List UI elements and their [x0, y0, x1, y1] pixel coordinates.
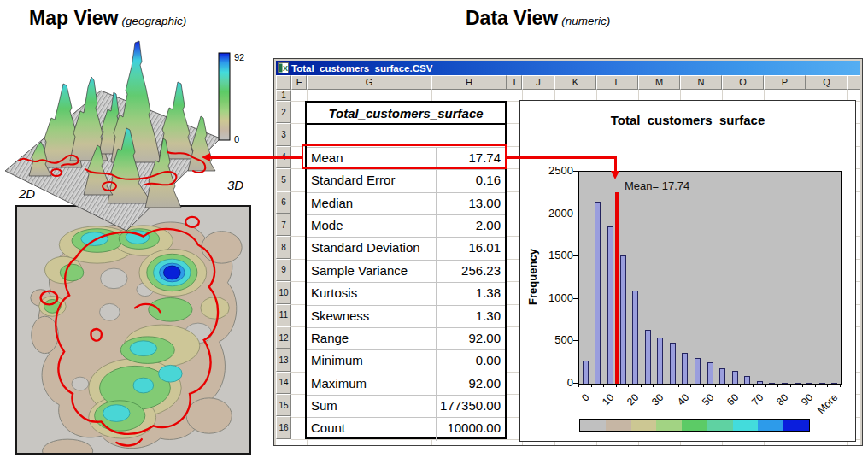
- stat-value: 2.00: [437, 215, 505, 237]
- svg-text:X: X: [283, 64, 288, 73]
- stat-value: 13.00: [437, 193, 505, 214]
- x-tick-label: 30: [649, 391, 666, 408]
- column-header-M[interactable]: M: [638, 75, 680, 90]
- label-2d: 2D: [18, 186, 35, 201]
- histogram-chart[interactable]: Total_customers_surface Frequency 050010…: [519, 100, 856, 442]
- map-3d-surface: 92 0 2D 3D: [0, 32, 273, 233]
- contour-blue-peak: [163, 266, 180, 279]
- histogram-bar: [632, 291, 638, 384]
- stat-label: Sample Variance: [307, 261, 437, 282]
- table-row[interactable]: Sum177350.00: [307, 396, 505, 418]
- stat-value: 92.00: [437, 328, 505, 349]
- stat-value: 10000.00: [437, 418, 505, 440]
- stat-value: 92.00: [437, 373, 505, 395]
- data-view-subtitle: (numeric): [561, 15, 610, 27]
- sheet-area: FGHIJKLMNOPQ 12345678910111213141516 Tot…: [276, 75, 860, 445]
- mean-line: [615, 192, 619, 384]
- colorbar-segment: [656, 420, 682, 431]
- row-header-9[interactable]: 9: [276, 259, 291, 281]
- column-header-O[interactable]: O: [722, 75, 764, 90]
- window-titlebar[interactable]: X Total_customers_surface.CSV: [276, 61, 860, 75]
- histogram-bar: [744, 376, 750, 384]
- table-row[interactable]: Mode2.00: [307, 215, 505, 238]
- data-view-heading: Data View(numeric): [466, 7, 610, 30]
- table-row[interactable]: Count10000.00: [307, 418, 505, 440]
- table-row[interactable]: Median13.00: [307, 193, 505, 215]
- colorbar-segment: [606, 420, 631, 431]
- stat-value: 0.16: [437, 170, 505, 191]
- table-row[interactable]: Mean17.74: [307, 148, 505, 170]
- row-header-3[interactable]: 3: [276, 123, 291, 145]
- stat-label: Minimum: [307, 350, 437, 372]
- x-tick-label: 40: [674, 391, 690, 408]
- row-header-15[interactable]: 15: [276, 394, 291, 416]
- window-title-text: Total_customers_surface.CSV: [291, 63, 432, 73]
- stat-label: Mean: [307, 148, 437, 169]
- column-header-N[interactable]: N: [680, 75, 722, 90]
- row-header-14[interactable]: 14: [276, 372, 291, 394]
- row-header-column: 12345678910111213141516: [276, 90, 291, 439]
- column-header-I[interactable]: I: [507, 75, 522, 90]
- row-header-8[interactable]: 8: [276, 236, 291, 258]
- y-tick-label: 1000: [539, 291, 573, 304]
- column-header-row: FGHIJKLMNOPQ: [276, 75, 860, 90]
- stat-label: Mode: [307, 215, 437, 237]
- table-row[interactable]: Standard Error0.16: [307, 170, 505, 192]
- stat-value: 0.00: [437, 350, 505, 372]
- table-row[interactable]: Kurtosis1.38: [307, 283, 505, 305]
- histogram-bar: [682, 353, 688, 384]
- stat-label: Kurtosis: [307, 283, 437, 304]
- legend-colorbar: [579, 419, 810, 432]
- column-header-P[interactable]: P: [764, 75, 806, 90]
- column-header-G[interactable]: G: [307, 75, 431, 90]
- histogram-bar: [769, 383, 775, 384]
- table-row[interactable]: Skewness1.30: [307, 306, 505, 328]
- row-header-11[interactable]: 11: [276, 304, 291, 326]
- stat-value: 1.38: [437, 283, 505, 304]
- y-axis-label: Frequency: [526, 171, 543, 383]
- histogram-bar: [607, 226, 613, 384]
- stat-value: 1.30: [437, 306, 505, 327]
- data-view-title: Data View: [466, 7, 558, 29]
- stat-label: Range: [307, 328, 437, 349]
- column-header-H[interactable]: H: [431, 75, 507, 90]
- row-header-4[interactable]: 4: [276, 146, 291, 168]
- stat-value: 16.01: [437, 238, 505, 259]
- row-header-2[interactable]: 2: [276, 101, 291, 123]
- row-header-13[interactable]: 13: [276, 349, 291, 371]
- table-row[interactable]: Sample Variance256.23: [307, 261, 505, 283]
- plot-area: [578, 171, 842, 385]
- row-header-5[interactable]: 5: [276, 168, 291, 191]
- map-view-title: Map View: [29, 7, 118, 29]
- histogram-bar: [657, 338, 663, 384]
- colorbar-segment: [682, 420, 707, 431]
- stat-value: 177350.00: [437, 396, 505, 417]
- stat-label: Standard Error: [307, 170, 437, 191]
- histogram-bar: [583, 361, 589, 384]
- row-header-12[interactable]: 12: [276, 326, 291, 349]
- histogram-bar: [707, 362, 713, 384]
- table-row[interactable]: Minimum0.00: [307, 350, 505, 373]
- table-row[interactable]: Maximum92.00: [307, 373, 505, 396]
- label-3d: 3D: [227, 178, 243, 192]
- column-header-K[interactable]: K: [554, 75, 596, 90]
- x-tick-label: 90: [799, 391, 815, 408]
- select-all-corner[interactable]: [276, 75, 291, 90]
- row-header-6[interactable]: 6: [276, 191, 291, 214]
- column-header-Q[interactable]: Q: [806, 75, 847, 90]
- column-header-J[interactable]: J: [522, 75, 554, 90]
- column-header-L[interactable]: L: [596, 75, 638, 90]
- statistics-table[interactable]: Total_customers_surface Mean17.74Standar…: [305, 101, 507, 439]
- row-header-1[interactable]: 1: [276, 90, 291, 101]
- row-header-7[interactable]: 7: [276, 214, 291, 236]
- map-2d-contour: [15, 205, 251, 455]
- row-header-10[interactable]: 10: [276, 281, 291, 303]
- column-header-F[interactable]: F: [291, 75, 307, 90]
- map-view-heading: Map View(geographic): [29, 7, 186, 30]
- x-tick-label: 60: [724, 391, 741, 408]
- histogram-bar: [782, 383, 788, 384]
- table-row[interactable]: Standard Deviation16.01: [307, 238, 505, 260]
- table-row[interactable]: Range92.00: [307, 328, 505, 350]
- row-header-16[interactable]: 16: [276, 416, 291, 438]
- mean-annotation: Mean= 17.74: [625, 179, 689, 192]
